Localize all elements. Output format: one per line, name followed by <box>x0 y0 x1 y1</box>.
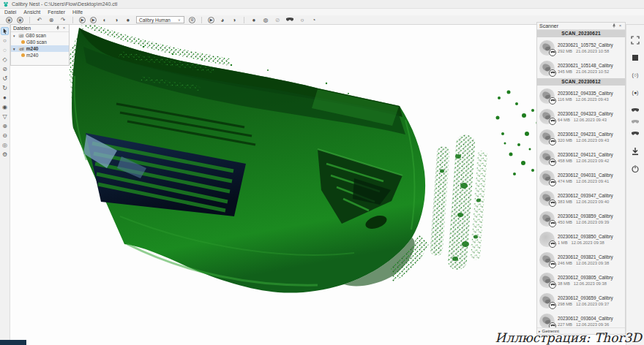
scan-group-header[interactable]: SCAN_20230612 <box>537 78 625 86</box>
menu-bar: Datei Ansicht Fenster Hilfe <box>0 9 644 15</box>
scanner-goggles-icon <box>549 240 556 248</box>
export-icon[interactable]: ◉ <box>17 17 23 23</box>
scan-size: 345 MB <box>558 69 572 74</box>
scanner-c-icon[interactable] <box>631 129 640 138</box>
scan-list-item[interactable]: 20230612_093659_Calibry 298 MB 12.06.202… <box>537 290 625 311</box>
menu-datei[interactable]: Datei <box>4 10 16 15</box>
contrast-left-icon[interactable]: ◐ <box>101 17 108 23</box>
pin-icon[interactable] <box>55 26 60 31</box>
tree-item-m240[interactable]: ▾ ctl m240 <box>11 45 69 52</box>
freeform-select-icon[interactable]: ◌ <box>1 46 9 54</box>
shaded-sphere-icon[interactable]: ● <box>250 17 258 23</box>
scan-list-item[interactable]: 20230612_094231_Calibry 320 MB 12.06.202… <box>537 126 625 147</box>
sphere-icon[interactable]: ● <box>124 17 132 23</box>
scan-thumbnail <box>539 293 555 308</box>
scanner-a-icon[interactable] <box>631 105 640 115</box>
chevron-down-icon[interactable]: ▾ <box>13 47 17 51</box>
redo-icon[interactable]: ↷ <box>59 17 67 23</box>
half-sphere-icon[interactable]: ◑ <box>231 17 238 23</box>
scan-list-item[interactable]: 20230612_093859_Calibry 450 MB 12.06.202… <box>537 208 625 229</box>
scan-list-item[interactable]: 20230612_093805_Calibry 38 MB 12.06.2023… <box>537 270 625 290</box>
scan-meta: 20230612_094335_Calibry 116 MB 12.06.202… <box>558 91 613 102</box>
circle-icon[interactable]: ○ <box>299 17 306 23</box>
scanner-goggles-icon <box>549 49 556 56</box>
scan-size: 298 MB <box>558 302 572 306</box>
scan-date: 21.06.2023 10:58 <box>576 49 609 53</box>
scan-size: 320 MB <box>558 138 572 143</box>
filter-tool-icon[interactable]: ▽ <box>1 113 9 121</box>
focus-view-icon[interactable]: ◎ <box>1 141 9 149</box>
process-play-icon[interactable]: ▶ <box>208 17 214 23</box>
tree-item-label: G80 scan <box>26 33 46 38</box>
marker-filled-icon[interactable]: (●) <box>631 88 640 97</box>
focus-scan-icon[interactable] <box>631 35 640 45</box>
device-settings-icon[interactable]: ⚙ <box>189 17 195 23</box>
scan-list-item[interactable]: 20230612_094031_Calibry 474 MB 12.06.202… <box>537 167 625 188</box>
scan-group-header[interactable]: SCAN_20230621 <box>537 30 625 37</box>
menu-hilfe[interactable]: Hilfe <box>72 10 83 15</box>
scan-date: 12.06.2023 09:43 <box>574 118 607 122</box>
deselect-icon[interactable]: ⊘ <box>1 65 9 73</box>
import-icon[interactable]: ◉ <box>6 17 12 23</box>
chevron-down-icon[interactable]: ▾ <box>13 34 17 38</box>
play-all-icon[interactable]: ▶ <box>90 17 97 23</box>
close-icon[interactable]: × <box>618 23 623 29</box>
scan-size: 292 MB <box>558 49 572 53</box>
disabled-icon[interactable]: ⊘ <box>274 17 281 23</box>
scan-list-item[interactable]: 20230621_105752_Calibry 292 MB 21.06.202… <box>537 37 625 58</box>
scanner-goggles-icon <box>549 200 556 207</box>
rotate-left-icon[interactable]: ↺ <box>1 75 9 83</box>
toolbar-separator <box>201 17 202 23</box>
select-tool-icon[interactable] <box>1 27 9 35</box>
scan-thumbnail <box>539 40 555 56</box>
scan-list-item[interactable]: 20230612_093947_Calibry 383 MB 12.06.202… <box>537 188 625 208</box>
scan-meta: 20230612_093821_Calibry 246 MB 12.06.202… <box>558 254 613 265</box>
scan-list-item[interactable]: 20230612_094323_Calibry 64 MB 12.06.2023… <box>537 106 625 126</box>
files-panel-title: Dateien <box>13 26 53 31</box>
scan-list-item[interactable]: 20230612_093850_Calibry 1 MB 12.06.2023 … <box>537 229 625 249</box>
pin-icon[interactable] <box>611 23 616 29</box>
settings-tool-icon[interactable]: ⚙ <box>1 151 9 159</box>
fill-tool-icon[interactable]: ● <box>1 94 9 102</box>
undo-icon[interactable]: ↶ <box>36 17 43 23</box>
scanner-b-icon[interactable] <box>631 117 640 126</box>
scanner-goggles-icon <box>549 138 556 145</box>
scan-list-item[interactable]: 20230612_093821_Calibry 246 MB 12.06.202… <box>537 249 625 270</box>
scanner-goggles-icon[interactable] <box>285 17 294 23</box>
stop-scan-icon[interactable] <box>631 53 640 62</box>
tree-child-g80-scan[interactable]: G80 scan <box>11 39 69 45</box>
polygon-select-icon[interactable]: ◇ <box>1 56 9 64</box>
contrast-right-icon[interactable]: ◑ <box>113 17 120 23</box>
scan-name: 20230612_094323_Calibry <box>558 111 613 116</box>
scan-meta: 20230612_094121_Calibry 458 MB 12.06.202… <box>558 152 613 163</box>
model-viewport[interactable] <box>10 25 536 345</box>
download-icon[interactable] <box>631 146 640 156</box>
scan-item-list: 20230621_105752_Calibry 292 MB 21.06.202… <box>537 37 625 78</box>
close-icon[interactable]: × <box>61 26 67 31</box>
zoom-out-icon[interactable]: ⊖ <box>1 132 9 140</box>
menu-ansicht[interactable]: Ansicht <box>23 10 40 15</box>
scan-size: 246 MB <box>558 261 572 265</box>
cancel-icon[interactable]: ⊗ <box>48 17 55 23</box>
zoom-in-icon[interactable]: ⊕ <box>1 122 9 130</box>
droplet-tool-icon[interactable]: ◉ <box>1 103 9 111</box>
scan-size: 474 MB <box>558 179 572 183</box>
scanner-goggles-icon <box>549 69 556 77</box>
scan-list-item[interactable]: 20230612_094121_Calibry 458 MB 12.06.202… <box>537 147 625 167</box>
tree-item-g80-scan[interactable]: ▾ ctl G80 scan <box>11 32 69 39</box>
wireframe-sphere-icon[interactable]: ◍ <box>262 17 269 23</box>
device-selector[interactable]: Calibry Human ∨ <box>136 16 184 23</box>
ellipse-select-icon[interactable]: ○ <box>1 37 9 45</box>
power-icon[interactable] <box>631 164 640 173</box>
inspect-sphere-icon[interactable]: ◕ <box>219 17 226 23</box>
scan-list-item[interactable]: 20230621_105148_Calibry 345 MB 21.06.202… <box>537 58 625 78</box>
scan-list-item[interactable]: 20230612_094335_Calibry 116 MB 12.06.202… <box>537 86 625 106</box>
scan-thumbnail <box>539 61 555 76</box>
menu-fenster[interactable]: Fenster <box>48 10 65 15</box>
marker-outline-icon[interactable]: (○) <box>631 70 640 80</box>
scan-dot-icon <box>21 53 25 57</box>
rotate-right-icon[interactable]: ↻ <box>1 84 9 92</box>
orbit-icon[interactable]: ◔ <box>310 17 318 23</box>
tree-child-m240[interactable]: m240 <box>11 52 69 58</box>
play-forward-icon[interactable]: ▶ <box>79 17 86 23</box>
